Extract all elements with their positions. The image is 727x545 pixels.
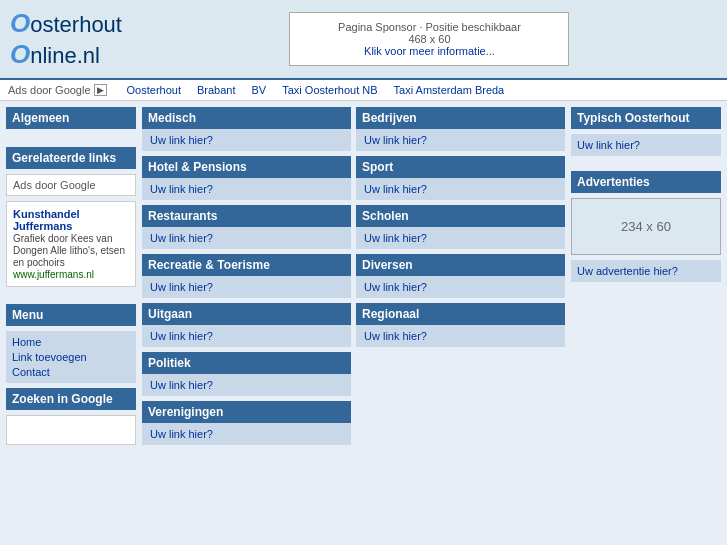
kunsthandel-url[interactable]: www.juffermans.nl xyxy=(13,269,94,280)
menu-contact[interactable]: Contact xyxy=(12,366,130,378)
bedrijven-link[interactable]: Uw link hier? xyxy=(364,134,427,146)
cat-hotel-title: Hotel & Pensions xyxy=(142,156,351,178)
nav-taxi-oosterhout[interactable]: Taxi Oosterhout NB xyxy=(282,84,377,96)
cat-hotel: Hotel & Pensions Uw link hier? xyxy=(142,156,351,200)
typisch-link-box: Uw link hier? xyxy=(571,134,721,156)
sport-link[interactable]: Uw link hier? xyxy=(364,183,427,195)
menu-links: Home Link toevoegen Contact xyxy=(6,331,136,383)
zoeken-box-content xyxy=(6,415,136,445)
cat-uitgaan-title: Uitgaan xyxy=(142,303,351,325)
nav-oosterhout[interactable]: Oosterhout xyxy=(127,84,181,96)
cat-verenigingen: Verenigingen Uw link hier? xyxy=(142,401,351,445)
cat-sport-link: Uw link hier? xyxy=(356,178,565,200)
cat-diversen-title: Diversen xyxy=(356,254,565,276)
cat-verenigingen-link: Uw link hier? xyxy=(142,423,351,445)
main: Algemeen Gerelateerde links Ads door Goo… xyxy=(0,101,727,451)
ad-link[interactable]: Uw advertentie hier? xyxy=(577,265,678,277)
cat-regionaal: Regionaal Uw link hier? xyxy=(356,303,565,347)
gerelateerde-title: Gerelateerde links xyxy=(6,147,136,169)
cat-recreatie-title: Recreatie & Toerisme xyxy=(142,254,351,276)
content-area: Medisch Uw link hier? Hotel & Pensions U… xyxy=(142,107,565,445)
algemeen-title: Algemeen xyxy=(6,107,136,129)
cat-medisch: Medisch Uw link hier? xyxy=(142,107,351,151)
cat-bedrijven-title: Bedrijven xyxy=(356,107,565,129)
ads-label: Ads door Google xyxy=(8,84,91,96)
sponsor-box: Pagina Sponsor · Positie beschikbaar 468… xyxy=(289,12,569,66)
cat-politiek-link: Uw link hier? xyxy=(142,374,351,396)
cat-uitgaan: Uitgaan Uw link hier? xyxy=(142,303,351,347)
cat-medisch-link: Uw link hier? xyxy=(142,129,351,151)
cat-medisch-title: Medisch xyxy=(142,107,351,129)
cat-diversen: Diversen Uw link hier? xyxy=(356,254,565,298)
sidebar-kunsthandel-box: Kunsthandel Juffermans Grafiek door Kees… xyxy=(6,201,136,287)
cat-regionaal-title: Regionaal xyxy=(356,303,565,325)
typisch-link[interactable]: Uw link hier? xyxy=(577,139,640,151)
logo-line2: nline.nl xyxy=(30,43,100,68)
sponsor-line2: 468 x 60 xyxy=(310,33,548,45)
cat-diversen-link: Uw link hier? xyxy=(356,276,565,298)
cat-restaurants: Restaurants Uw link hier? xyxy=(142,205,351,249)
medisch-link[interactable]: Uw link hier? xyxy=(150,134,213,146)
recreatie-link[interactable]: Uw link hier? xyxy=(150,281,213,293)
hotel-link[interactable]: Uw link hier? xyxy=(150,183,213,195)
kunsthandel-link[interactable]: Kunsthandel Juffermans xyxy=(13,208,80,232)
menu-title: Menu xyxy=(6,304,136,326)
cat-col1: Medisch Uw link hier? Hotel & Pensions U… xyxy=(142,107,351,445)
logo: Oosterhout Online.nl xyxy=(10,8,122,70)
menu-home[interactable]: Home xyxy=(12,336,130,348)
sponsor-link[interactable]: Klik voor meer informatie... xyxy=(364,45,495,57)
sidebar: Algemeen Gerelateerde links Ads door Goo… xyxy=(6,107,136,445)
cat-recreatie-link: Uw link hier? xyxy=(142,276,351,298)
nav-links: Oosterhout Brabant BV Taxi Oosterhout NB… xyxy=(127,84,505,96)
nav-bv[interactable]: BV xyxy=(252,84,267,96)
uitgaan-link[interactable]: Uw link hier? xyxy=(150,330,213,342)
nav-taxi-amsterdam[interactable]: Taxi Amsterdam Breda xyxy=(394,84,505,96)
cat-scholen-title: Scholen xyxy=(356,205,565,227)
right-col: Typisch Oosterhout Uw link hier? Adverte… xyxy=(571,107,721,445)
cat-sport: Sport Uw link hier? xyxy=(356,156,565,200)
diversen-link[interactable]: Uw link hier? xyxy=(364,281,427,293)
ad-dim: 234 x 60 xyxy=(582,219,710,234)
ads-bar: Ads door Google ▶ Oosterhout Brabant BV … xyxy=(0,78,727,101)
ads-google-label: Ads door Google ▶ xyxy=(8,84,107,96)
cat-verenigingen-title: Verenigingen xyxy=(142,401,351,423)
typisch-title: Typisch Oosterhout xyxy=(571,107,721,129)
ad-link-box: Uw advertentie hier? xyxy=(571,260,721,282)
cat-bedrijven: Bedrijven Uw link hier? xyxy=(356,107,565,151)
cat-bedrijven-link: Uw link hier? xyxy=(356,129,565,151)
cat-restaurants-link: Uw link hier? xyxy=(142,227,351,249)
logo-o2: O xyxy=(10,39,30,69)
nav-brabant[interactable]: Brabant xyxy=(197,84,236,96)
logo-o1: O xyxy=(10,8,30,38)
logo-line1: osterhout xyxy=(30,12,122,37)
ad-box-right: 234 x 60 xyxy=(571,198,721,255)
sponsor-line1: Pagina Sponsor · Positie beschikbaar xyxy=(310,21,548,33)
header: Oosterhout Online.nl Pagina Sponsor · Po… xyxy=(0,0,727,78)
restaurants-link[interactable]: Uw link hier? xyxy=(150,232,213,244)
cat-sport-title: Sport xyxy=(356,156,565,178)
cat-politiek: Politiek Uw link hier? xyxy=(142,352,351,396)
cat-uitgaan-link: Uw link hier? xyxy=(142,325,351,347)
zoeken-title: Zoeken in Google xyxy=(6,388,136,410)
cat-recreatie: Recreatie & Toerisme Uw link hier? xyxy=(142,254,351,298)
cat-hotel-link: Uw link hier? xyxy=(142,178,351,200)
cat-scholen-link: Uw link hier? xyxy=(356,227,565,249)
advertenties-title: Advertenties xyxy=(571,171,721,193)
scholen-link[interactable]: Uw link hier? xyxy=(364,232,427,244)
cat-regionaal-link: Uw link hier? xyxy=(356,325,565,347)
kunsthandel-desc: Grafiek door Kees van Dongen Alle litho'… xyxy=(13,233,125,268)
verenigingen-link[interactable]: Uw link hier? xyxy=(150,428,213,440)
ad-icon: ▶ xyxy=(94,84,107,96)
cat-col2: Bedrijven Uw link hier? Sport Uw link hi… xyxy=(356,107,565,445)
menu-link-toevoegen[interactable]: Link toevoegen xyxy=(12,351,130,363)
sidebar-google-text: Ads door Google xyxy=(13,179,129,191)
politiek-link[interactable]: Uw link hier? xyxy=(150,379,213,391)
cat-scholen: Scholen Uw link hier? xyxy=(356,205,565,249)
sidebar-ads-google: Ads door Google xyxy=(6,174,136,196)
cat-restaurants-title: Restaurants xyxy=(142,205,351,227)
cat-politiek-title: Politiek xyxy=(142,352,351,374)
regionaal-link[interactable]: Uw link hier? xyxy=(364,330,427,342)
